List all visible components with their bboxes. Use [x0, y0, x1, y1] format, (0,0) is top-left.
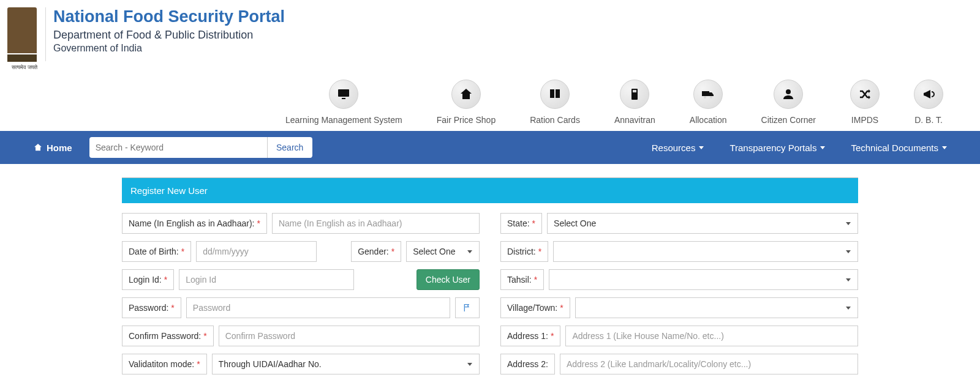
shuffle-icon — [850, 80, 880, 109]
validation-mode-select[interactable]: Through UIDAI/Aadhar No. — [212, 354, 480, 374]
nav-fair-price-shop[interactable]: Fair Price Shop — [437, 80, 496, 125]
gender-select[interactable]: Select One — [406, 241, 480, 262]
chevron-down-icon — [699, 146, 704, 149]
divider — [45, 7, 46, 61]
check-user-button[interactable]: Check User — [417, 269, 480, 290]
menu-label: Technical Documents — [851, 143, 938, 153]
svg-rect-0 — [338, 89, 349, 97]
nav-label: D. B. T. — [914, 115, 943, 125]
emblem-caption: सत्यमेव जयते — [7, 64, 42, 71]
svg-point-5 — [704, 96, 706, 99]
house-icon — [451, 80, 481, 109]
chevron-down-icon — [820, 146, 825, 149]
menu-technical-docs[interactable]: Technical Documents — [851, 143, 947, 153]
dob-label: Date of Birth:* — [122, 241, 191, 262]
search-wrap: Search — [89, 137, 312, 158]
password-label: Password:* — [122, 297, 181, 318]
main-nav-bar: Home Search Resources Transparency Porta… — [0, 131, 980, 164]
svg-rect-3 — [633, 90, 636, 92]
nav-label: Citizen Corner — [761, 115, 816, 125]
megaphone-icon — [914, 80, 943, 109]
emblem-icon — [7, 7, 37, 53]
nav-label: IMPDS — [851, 115, 878, 125]
validation-mode-label: Validatiton mode:* — [122, 354, 207, 374]
flag-icon[interactable] — [455, 297, 480, 318]
pos-icon — [620, 80, 649, 109]
home-icon — [33, 143, 43, 152]
right-column: State:* Select One District:* Tahsil:* V… — [500, 213, 858, 374]
content: Register New User Name (In English as in… — [119, 177, 861, 374]
menu-transparency[interactable]: Transparency Portals — [729, 143, 825, 153]
village-select[interactable] — [575, 297, 858, 318]
book-icon — [540, 80, 570, 109]
titles: National Food Security Portal Department… — [53, 7, 285, 54]
nav-label: Allocation — [690, 115, 727, 125]
menu-resources[interactable]: Resources — [652, 143, 704, 153]
nav-label: Fair Price Shop — [437, 115, 496, 125]
village-label: Village/Town:* — [500, 297, 570, 318]
home-label: Home — [47, 143, 72, 153]
password-input[interactable] — [186, 297, 450, 318]
chevron-down-icon — [942, 146, 947, 149]
state-label: State:* — [500, 213, 542, 234]
address2-input[interactable] — [560, 354, 858, 374]
nav-ration-cards[interactable]: Ration Cards — [530, 80, 580, 125]
nav-annavitran[interactable]: Annavitran — [614, 80, 655, 125]
login-input[interactable] — [179, 269, 354, 290]
search-input[interactable] — [89, 137, 267, 158]
menu-label: Resources — [652, 143, 696, 153]
gender-label: Gender:* — [351, 241, 401, 262]
login-label: Login Id:* — [122, 269, 174, 290]
svg-rect-1 — [342, 98, 345, 99]
form-area: Name (In English as in Aadhaar):* Date o… — [122, 203, 858, 374]
home-link[interactable]: Home — [33, 143, 72, 153]
nav-dbt[interactable]: D. B. T. — [914, 80, 943, 125]
nav-label: Learning Management System — [285, 115, 402, 125]
menu-label: Transparency Portals — [729, 143, 816, 153]
truck-icon — [693, 80, 723, 109]
svg-point-7 — [786, 89, 791, 94]
name-label: Name (In English as in Aadhaar):* — [122, 213, 267, 234]
nav-lms[interactable]: Learning Management System — [285, 80, 402, 125]
nav-impds[interactable]: IMPDS — [850, 80, 880, 125]
dob-input[interactable] — [196, 241, 317, 262]
district-select[interactable] — [553, 241, 858, 262]
address1-input[interactable] — [565, 326, 858, 346]
monitor-icon — [329, 80, 358, 109]
header: सत्यमेव जयते National Food Security Port… — [0, 0, 980, 77]
site-title: National Food Security Portal — [53, 7, 285, 26]
tahsil-label: Tahsil:* — [500, 269, 544, 290]
svg-rect-4 — [702, 91, 709, 96]
emblem-wrap: सत्यमेव जयते — [7, 7, 42, 71]
tahsil-select[interactable] — [549, 269, 858, 290]
address2-label: Address 2: — [500, 354, 555, 374]
nav-allocation[interactable]: Allocation — [690, 80, 727, 125]
confirm-password-input[interactable] — [219, 326, 480, 346]
name-input[interactable] — [272, 213, 480, 234]
district-label: District:* — [500, 241, 548, 262]
state-select[interactable]: Select One — [547, 213, 858, 234]
person-icon — [774, 80, 803, 109]
svg-point-6 — [710, 96, 712, 99]
subtitle1: Department of Food & Public Distribution — [53, 29, 285, 42]
panel-title: Register New User — [122, 177, 858, 203]
subtitle2: Government of India — [53, 43, 285, 54]
confirm-password-label: Confirm Password:* — [122, 326, 214, 346]
icon-nav: Learning Management System Fair Price Sh… — [0, 77, 980, 131]
nav-citizen-corner[interactable]: Citizen Corner — [761, 80, 816, 125]
nav-label: Annavitran — [614, 115, 655, 125]
nav-label: Ration Cards — [530, 115, 580, 125]
search-button[interactable]: Search — [267, 137, 312, 158]
address1-label: Address 1:* — [500, 326, 560, 346]
left-column: Name (In English as in Aadhaar):* Date o… — [122, 213, 480, 374]
